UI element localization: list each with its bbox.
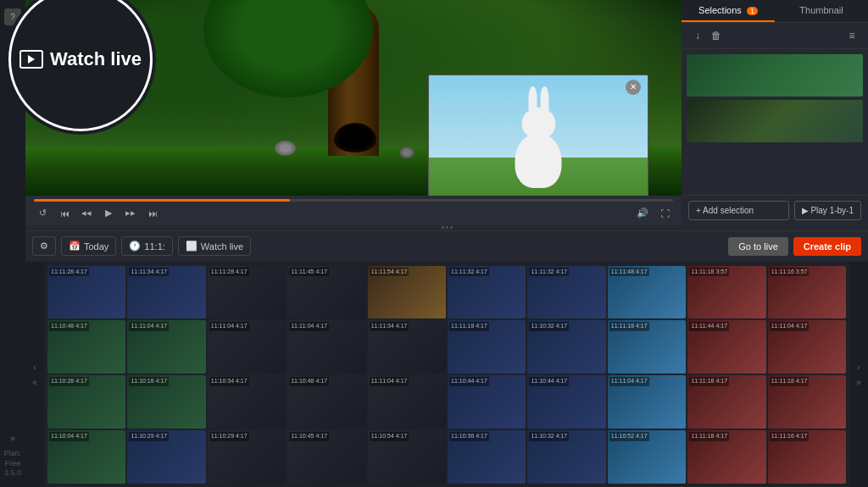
thumbnail-cell[interactable]: 11:11:28 4:17 (208, 266, 286, 319)
thumbnail-cell[interactable]: 11:10:52 4:17 (608, 430, 686, 484)
add-selection-button[interactable]: + Add selection (688, 201, 789, 220)
play-pause-button[interactable]: ▶ (100, 205, 117, 222)
forward-button[interactable]: ▸▸ (122, 205, 139, 222)
thumb-timestamp: 11:10:44 4:17 (449, 377, 489, 385)
today-button[interactable]: 📅 Today (61, 236, 116, 256)
thumb-timestamp: 11:11:18 3:57 (689, 268, 729, 276)
nav-double-right-icon[interactable]: » (4, 432, 21, 445)
thumb-timestamp: 11:11:45 4:17 (289, 268, 329, 276)
rabbit-body (515, 133, 562, 188)
delete-button[interactable]: 🗑 (707, 26, 726, 45)
panel-tabs: Selections 1 Thumbnail (682, 0, 868, 23)
settings-button[interactable]: ⚙ (32, 236, 56, 256)
thumbnail-cell[interactable]: 11:11:04 4:17 (368, 375, 446, 429)
thumb-timestamp: 11:10:45 4:17 (289, 432, 329, 440)
thumbnail-cell[interactable]: 11:11:18 4:17 (608, 320, 686, 374)
thumbnail-cell[interactable]: 11:11:45 4:17 (287, 266, 365, 319)
thumb-timestamp: 11:10:28 4:17 (49, 377, 89, 385)
tab-selections[interactable]: Selections 1 (682, 0, 775, 22)
thumbnail-cell[interactable]: 11:10:44 4:17 (448, 375, 526, 429)
thumbnail-cell[interactable]: 11:11:04 4:17 (768, 320, 846, 374)
thumb-column-7: 11:11:48 4:1711:11:18 4:1711:11:04 4:171… (608, 266, 686, 484)
thumbnail-cell[interactable]: 11:10:29 4:17 (208, 430, 286, 484)
main-content: Watch live (25, 0, 868, 487)
skip-forward-button[interactable]: ⏭ (144, 205, 161, 222)
drag-dots (442, 226, 453, 229)
create-clip-button[interactable]: Create clip (793, 237, 861, 256)
play-1by1-button[interactable]: ▶ Play 1-by-1 (794, 201, 861, 220)
time-button[interactable]: 🕐 11:1: (121, 236, 172, 256)
thumbnail-item-2[interactable] (687, 100, 863, 142)
thumbnail-item-1[interactable] (687, 54, 863, 97)
thumbnail-cell[interactable]: 11:10:54 4:17 (368, 430, 446, 484)
fullscreen-button[interactable]: ⛶ (656, 205, 673, 222)
thumbnail-cell[interactable]: 11:11:16 4:17 (768, 430, 846, 484)
monitor-icon: ⬜ (186, 241, 198, 252)
download-button[interactable]: ↓ (688, 26, 707, 45)
replay-button[interactable]: ↺ (34, 205, 51, 222)
nav-left-fast-button[interactable]: « (28, 375, 42, 389)
thumb-timestamp: 11:11:04 4:17 (289, 322, 329, 330)
rock2 (399, 147, 415, 158)
thumbnail-cell[interactable]: 11:10:36 4:17 (448, 430, 526, 484)
thumbnail-cell[interactable]: 11:10:04 4:17 (47, 430, 125, 484)
watch-live-toolbar-button[interactable]: ⬜ Watch live (178, 236, 251, 256)
thumbnail-cell[interactable]: 11:11:04 4:17 (287, 320, 365, 374)
thumbnail-cell[interactable]: 11:10:18 4:17 (127, 375, 205, 429)
thumb-timestamp: 11:11:48 4:17 (609, 268, 649, 276)
thumbnail-cell[interactable]: 11:10:48 4:17 (287, 375, 365, 429)
thumbnail-cell[interactable]: 11:11:34 4:17 (127, 266, 205, 319)
thumbnail-cell[interactable]: 11:11:48 4:17 (608, 266, 686, 319)
thumbnail-cell[interactable]: 11:10:32 4:17 (527, 430, 605, 484)
thumbnail-cell[interactable]: 11:11:18 4:17 (768, 375, 846, 429)
thumb-column-6: 11:11:32 4:1711:10:32 4:1711:10:44 4:171… (527, 266, 605, 484)
thumbnail-cell[interactable]: 11:11:32 4:17 (448, 266, 526, 319)
thumbnail-cell[interactable]: 11:11:04 4:17 (608, 375, 686, 429)
thumb-timestamp: 11:11:04 4:17 (209, 322, 249, 330)
progress-bar[interactable] (34, 199, 673, 202)
thumbnail-cell[interactable]: 11:11:44 4:17 (687, 320, 765, 374)
thumbnail-cell[interactable]: 11:10:45 4:17 (287, 430, 365, 484)
nav-right-button[interactable]: › (852, 360, 865, 374)
clock-icon: 🕐 (129, 241, 141, 252)
menu-button[interactable]: ≡ (843, 26, 861, 45)
thumbnail-cell[interactable]: 11:10:29 4:17 (127, 430, 205, 484)
thumbnail-cell[interactable]: 11:11:04 4:17 (127, 320, 205, 374)
thumb-column-2: 11:11:28 4:1711:11:04 4:1711:10:34 4:171… (208, 266, 286, 484)
thumbnail-cell[interactable]: 11:11:18 3:57 (687, 266, 765, 319)
thumbnail-cell[interactable]: 11:11:04 4:17 (208, 320, 286, 374)
calendar-icon: 📅 (69, 241, 81, 252)
thumbnail-cell[interactable]: 11:11:18 4:17 (687, 430, 765, 484)
thumbnail-cell[interactable]: 11:10:28 4:17 (47, 375, 125, 429)
thumbnail-cell[interactable]: 11:11:18 4:17 (448, 320, 526, 374)
thumbnail-cell[interactable]: 11:11:16 3:57 (768, 266, 846, 319)
thumbnail-cell[interactable]: 11:11:18 4:17 (687, 375, 765, 429)
thumbnail-cell[interactable]: 11:10:34 4:17 (208, 375, 286, 429)
rabbit-head (521, 108, 555, 140)
panel-thumbnail-area (682, 49, 868, 195)
nav-right-fast-button[interactable]: » (852, 375, 865, 389)
thumb-timestamp: 11:10:04 4:17 (49, 432, 89, 440)
rabbit-ear-right (540, 86, 548, 110)
volume-button[interactable]: 🔊 (634, 205, 651, 222)
go-to-live-button[interactable]: Go to live (728, 237, 787, 256)
skip-back-button[interactable]: ⏮ (56, 205, 73, 222)
popup-close-button[interactable]: ✕ (626, 80, 641, 95)
thumbnail-cell[interactable]: 11:10:48 4:17 (47, 320, 125, 374)
bottom-toolbar: ⚙ 📅 Today 🕐 11:1: ⬜ Watch live Go to liv… (25, 230, 868, 263)
tab-thumbnail[interactable]: Thumbnail (775, 0, 868, 22)
drag-dot-1 (442, 226, 444, 229)
thumbnail-cell[interactable]: 11:10:44 4:17 (527, 375, 605, 429)
thumbnail-cell[interactable]: 11:11:28 4:17 (47, 266, 125, 319)
thumbnail-cell[interactable]: 11:11:32 4:17 (527, 266, 605, 319)
back-button[interactable]: ◂◂ (78, 205, 95, 222)
thumbnail-cell[interactable]: 11:10:32 4:17 (527, 320, 605, 374)
right-panel: Selections 1 Thumbnail ↓ 🗑 ≡ (682, 0, 868, 225)
thumbnail-cell[interactable]: 11:11:34 4:17 (368, 320, 446, 374)
thumb-bg-2 (687, 100, 863, 142)
drag-dot-2 (446, 226, 448, 229)
thumb-timestamp: 11:10:18 4:17 (129, 377, 169, 385)
timeline-area: ‹ « 11:11:28 4:1711:10:48 4:1711:10:28 4… (25, 263, 868, 488)
nav-left-button[interactable]: ‹ (28, 360, 42, 374)
thumbnail-cell[interactable]: 11:11:54 4:17 (368, 266, 446, 319)
